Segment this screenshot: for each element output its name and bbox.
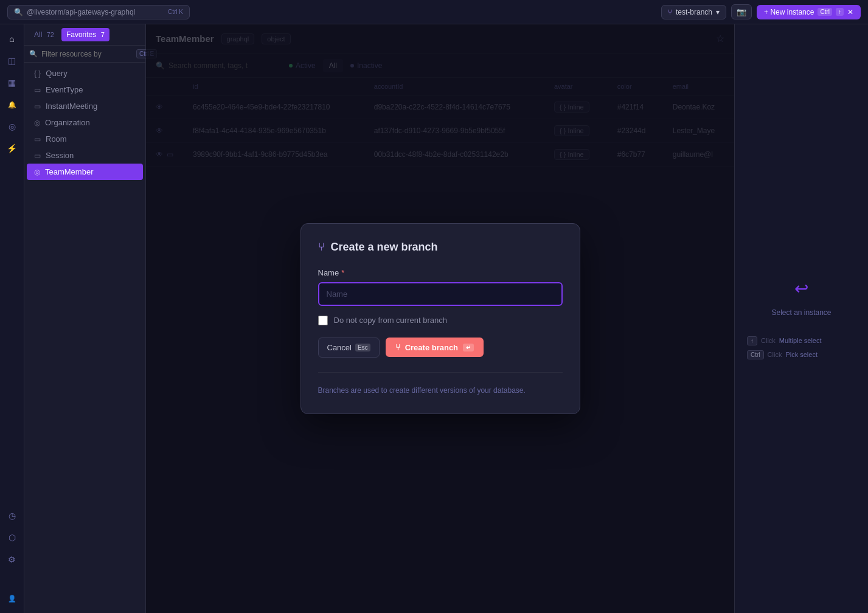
sidebar-tabs: All 72 Favorites 7 — [24, 24, 145, 46]
main-layout: ⌂ ◫ ▦ 🔔 ◎ ⚡ ◷ ⬡ ⚙ 👤 All 72 Favorites 7 🔍 — [0, 24, 868, 613]
nav-layers-icon[interactable]: ◫ — [2, 51, 22, 71]
session-icon: ▭ — [34, 151, 41, 160]
sidebar-items: { } Query ▭ EventType ▭ InstantMeeting ◎… — [24, 63, 145, 613]
modal-hint: Branches are used to create different ve… — [318, 385, 563, 397]
create-shortcut: ↵ — [463, 344, 474, 352]
required-indicator: * — [341, 268, 344, 277]
modal-overlay[interactable]: ⑂ Create a new branch Name * Do not copy… — [146, 24, 734, 613]
branch-name-input[interactable] — [318, 282, 563, 306]
nav-user-icon[interactable]: ◎ — [2, 117, 22, 136]
sidebar-tab-all[interactable]: All 72 — [29, 28, 59, 41]
new-instance-kbd1: Ctrl — [818, 8, 832, 16]
new-instance-close: ✕ — [847, 8, 853, 16]
modal-title: Create a new branch — [331, 241, 438, 254]
query-icon: { } — [34, 69, 41, 78]
nav-lightning-icon[interactable]: ⚡ — [2, 139, 22, 158]
nav-nodes-icon[interactable]: ⬡ — [2, 528, 22, 547]
modal-divider — [318, 372, 563, 373]
search-shortcut: Ctrl K — [168, 9, 183, 15]
cancel-shortcut: Esc — [355, 344, 370, 352]
nav-home-icon[interactable]: ⌂ — [2, 29, 22, 49]
sidebar-item-organization[interactable]: ◎ Organization — [27, 114, 143, 131]
no-copy-label: Do not copy from current branch — [334, 316, 447, 325]
sidebar-filter: 🔍 Ctrl E — [24, 46, 145, 63]
new-instance-kbd2: ↑ — [836, 8, 844, 16]
click-label-2: Click — [768, 351, 782, 358]
branch-name: test-branch — [676, 8, 712, 16]
nav-chart-icon[interactable]: ▦ — [2, 73, 22, 92]
sidebar-item-label: EventType — [46, 85, 83, 94]
branch-selector[interactable]: ⑂ test-branch ▾ — [661, 5, 726, 19]
camera-button[interactable]: 📷 — [731, 4, 752, 19]
left-nav: ⌂ ◫ ▦ 🔔 ◎ ⚡ ◷ ⬡ ⚙ 👤 — [0, 24, 24, 613]
eventtype-icon: ▭ — [34, 86, 41, 94]
ctrl-kbd: Ctrl — [747, 350, 764, 359]
back-arrow-icon: ↩ — [794, 279, 808, 299]
help-section: ↑ Click Multiple select Ctrl Click Pick … — [747, 336, 856, 359]
filter-search-icon: 🔍 — [29, 50, 38, 58]
help-row-pick: Ctrl Click Pick select — [747, 350, 856, 359]
sidebar-item-label: Query — [46, 69, 67, 78]
sidebar-item-eventtype[interactable]: ▭ EventType — [27, 81, 143, 98]
sidebar-item-query[interactable]: { } Query — [27, 65, 143, 81]
sidebar-item-label: Room — [46, 134, 67, 144]
branch-icon: ⑂ — [668, 8, 672, 16]
content-area: TeamMember graphql object ☆ 🔍 Active All — [146, 24, 734, 613]
create-branch-label: Create branch — [405, 343, 458, 352]
instantmeeting-icon: ▭ — [34, 102, 41, 111]
shift-kbd: ↑ — [747, 336, 757, 345]
create-branch-modal: ⑂ Create a new branch Name * Do not copy… — [300, 223, 580, 414]
nav-avatar[interactable]: 👤 — [2, 589, 22, 608]
teammember-icon: ◎ — [34, 168, 40, 176]
nav-clock-icon[interactable]: ◷ — [2, 506, 22, 525]
modal-branch-icon: ⑂ — [318, 241, 325, 254]
checkbox-row: Do not copy from current branch — [318, 316, 563, 325]
no-copy-checkbox[interactable] — [318, 316, 328, 325]
modal-header: ⑂ Create a new branch — [318, 241, 563, 254]
sidebar-tab-favorites[interactable]: Favorites 7 — [61, 28, 109, 41]
filter-input[interactable] — [41, 50, 133, 58]
new-instance-button[interactable]: + New instance Ctrl ↑ ✕ — [757, 5, 861, 19]
nav-settings-icon[interactable]: ⚙ — [2, 550, 22, 569]
sidebar-item-label: InstantMeeting — [46, 102, 97, 111]
pick-select-label: Pick select — [785, 351, 818, 358]
sidebar-item-label: TeamMember — [45, 167, 93, 176]
new-instance-label: + New instance — [764, 8, 814, 16]
sidebar-item-room[interactable]: ▭ Room — [27, 131, 143, 147]
sidebar-item-teammember[interactable]: ◎ TeamMember — [27, 164, 143, 180]
organization-icon: ◎ — [34, 119, 40, 127]
help-row-multiple: ↑ Click Multiple select — [747, 336, 856, 345]
sidebar: All 72 Favorites 7 🔍 Ctrl E { } Query ▭ — [24, 24, 146, 613]
nav-bell-icon[interactable]: 🔔 — [2, 95, 22, 114]
room-icon: ▭ — [34, 135, 41, 144]
sidebar-item-session[interactable]: ▭ Session — [27, 147, 143, 164]
search-text: @livestorm/api-gateways-graphql — [27, 8, 135, 16]
topbar-search[interactable]: 🔍 @livestorm/api-gateways-graphql Ctrl K — [7, 5, 190, 19]
right-panel: ↩ Select an instance ↑ Click Multiple se… — [734, 24, 868, 613]
sidebar-item-label: Session — [46, 151, 74, 160]
search-icon: 🔍 — [14, 8, 23, 16]
modal-actions: Cancel Esc ⑂ Create branch ↵ — [318, 338, 563, 358]
select-instance-label: Select an instance — [771, 308, 831, 317]
cancel-label: Cancel — [327, 343, 352, 352]
topbar: 🔍 @livestorm/api-gateways-graphql Ctrl K… — [0, 0, 868, 24]
cancel-button[interactable]: Cancel Esc — [318, 338, 380, 358]
chevron-down-icon: ▾ — [716, 8, 720, 16]
sidebar-item-instantmeeting[interactable]: ▭ InstantMeeting — [27, 98, 143, 114]
multiple-select-label: Multiple select — [779, 337, 822, 344]
sidebar-item-label: Organization — [45, 118, 90, 127]
click-label: Click — [761, 337, 776, 344]
create-branch-button[interactable]: ⑂ Create branch ↵ — [386, 338, 484, 357]
create-branch-icon: ⑂ — [395, 342, 400, 352]
name-label: Name * — [318, 268, 563, 277]
